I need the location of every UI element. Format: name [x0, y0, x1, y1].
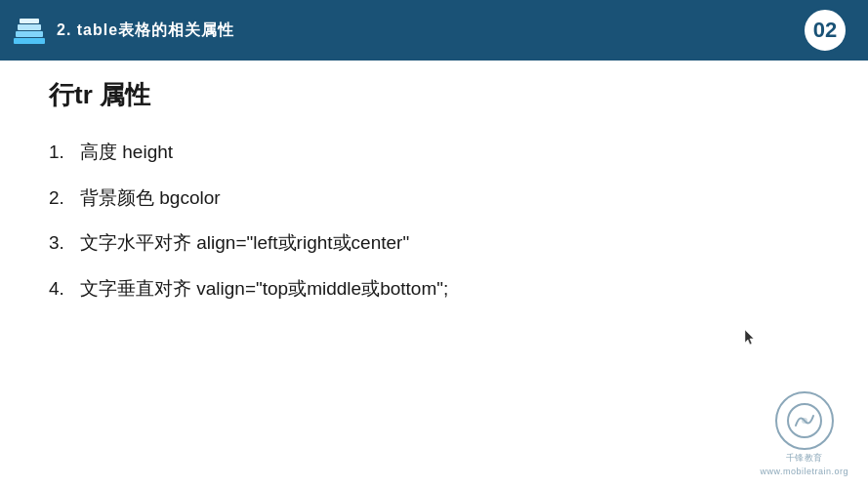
svg-rect-0 — [14, 38, 45, 44]
watermark-svg — [786, 402, 823, 439]
section-title: 行tr 属性 — [49, 78, 819, 112]
bottom-url: www.mobiletrain.org — [760, 467, 848, 476]
list-text: 文字水平对齐 align="left或right或center" — [80, 230, 409, 257]
svg-point-5 — [802, 418, 807, 424]
slide-container: 2. table表格的相关属性 02 行tr 属性 1. 高度 height 2… — [0, 0, 868, 488]
list-items: 1. 高度 height 2. 背景颜色 bgcolor 3. 文字水平对齐 a… — [49, 140, 819, 302]
list-item: 3. 文字水平对齐 align="left或right或center" — [49, 230, 819, 257]
list-text: 文字垂直对齐 valign="top或middle或bottom"; — [80, 276, 448, 303]
header-bar: 2. table表格的相关属性 02 — [0, 0, 868, 61]
svg-rect-1 — [16, 31, 43, 37]
list-text: 背景颜色 bgcolor — [80, 185, 221, 212]
list-number: 1. — [49, 142, 80, 163]
cursor-icon — [744, 329, 756, 346]
logo-icon — [10, 11, 49, 50]
list-text: 高度 height — [80, 140, 173, 166]
bottom-logo-label: 千锋教育 — [786, 452, 823, 465]
list-item: 2. 背景颜色 bgcolor — [49, 185, 819, 212]
bottom-logo: 千锋教育 www.mobiletrain.org — [760, 391, 848, 476]
logo-area: 2. table表格的相关属性 — [10, 11, 234, 50]
header-title: 2. table表格的相关属性 — [57, 20, 234, 41]
list-number: 2. — [49, 187, 80, 209]
list-number: 3. — [49, 232, 80, 254]
list-item: 1. 高度 height — [49, 140, 819, 166]
list-number: 4. — [49, 278, 80, 300]
svg-rect-2 — [18, 24, 41, 30]
main-content: 行tr 属性 1. 高度 height 2. 背景颜色 bgcolor 3. 文… — [49, 78, 819, 321]
badge-circle: 02 — [802, 7, 848, 54]
svg-rect-3 — [20, 19, 39, 23]
badge-number: 02 — [813, 18, 837, 43]
bottom-logo-circle — [775, 391, 834, 450]
list-item: 4. 文字垂直对齐 valign="top或middle或bottom"; — [49, 276, 819, 303]
